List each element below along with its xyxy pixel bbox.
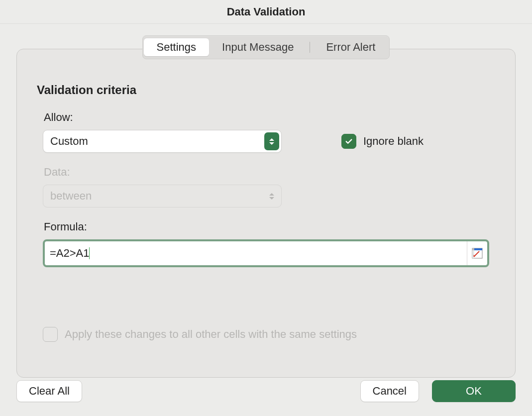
validation-form: Allow: Custom Ignor — [43, 111, 489, 342]
tab-bar: Settings Input Message Error Alert — [142, 35, 390, 59]
button-label: Clear All — [29, 385, 70, 398]
chevron-up-down-icon — [264, 132, 279, 150]
range-picker-button[interactable] — [467, 241, 487, 265]
checkbox-box — [43, 327, 58, 342]
text-caret — [89, 247, 90, 259]
formula-value: =A2>A1 — [50, 247, 90, 260]
tab-label: Settings — [157, 41, 197, 54]
allow-value: Custom — [50, 135, 88, 148]
clear-all-button[interactable]: Clear All — [16, 380, 82, 402]
ok-button[interactable]: OK — [432, 380, 516, 402]
dialog-buttons: Clear All Cancel OK — [16, 380, 516, 402]
tab-label: Error Alert — [326, 41, 375, 54]
svg-rect-3 — [472, 248, 474, 250]
tab-error-alert[interactable]: Error Alert — [313, 38, 388, 56]
chevron-up-down-icon — [264, 187, 279, 205]
dialog-titlebar: Data Validation — [0, 0, 532, 24]
spreadsheet-icon — [472, 248, 483, 259]
cancel-button[interactable]: Cancel — [360, 380, 419, 402]
formula-field-wrap: =A2>A1 — [43, 239, 489, 267]
tab-separator — [310, 42, 310, 53]
data-label: Data: — [44, 166, 489, 179]
button-label: OK — [466, 385, 482, 398]
data-validation-dialog: Data Validation Settings Input Message E… — [0, 0, 532, 416]
button-label: Cancel — [373, 385, 407, 398]
dialog-content: Settings Input Message Error Alert Valid… — [16, 35, 516, 364]
allow-select[interactable]: Custom — [43, 130, 282, 153]
checkbox-box — [341, 134, 356, 149]
settings-panel: Validation criteria Allow: Custom — [16, 49, 516, 378]
allow-label: Allow: — [44, 111, 489, 124]
tab-input-message[interactable]: Input Message — [209, 38, 307, 56]
data-select: between — [43, 185, 282, 208]
check-icon — [344, 137, 353, 146]
allow-row: Custom Ignore blank — [43, 130, 489, 153]
formula-input[interactable]: =A2>A1 — [45, 241, 467, 265]
tab-label: Input Message — [222, 41, 294, 54]
data-row: between — [43, 185, 489, 208]
ignore-blank-checkbox[interactable]: Ignore blank — [341, 134, 424, 149]
right-button-group: Cancel OK — [360, 380, 516, 402]
ignore-blank-label: Ignore blank — [363, 135, 424, 148]
section-title: Validation criteria — [37, 83, 495, 97]
apply-all-checkbox: Apply these changes to all other cells w… — [43, 327, 489, 342]
tab-settings[interactable]: Settings — [144, 38, 210, 56]
data-value: between — [50, 190, 92, 203]
dialog-title: Data Validation — [227, 5, 306, 18]
apply-all-label: Apply these changes to all other cells w… — [65, 328, 357, 341]
formula-label: Formula: — [44, 220, 489, 233]
